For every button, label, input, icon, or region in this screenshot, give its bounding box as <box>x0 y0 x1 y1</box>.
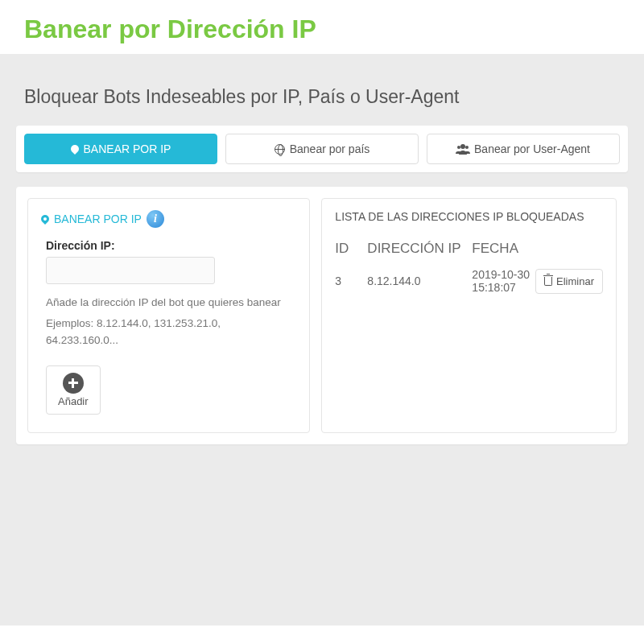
th-id: ID <box>335 241 367 257</box>
trash-icon <box>544 277 552 286</box>
th-ip: DIRECCIÓN IP <box>367 241 472 257</box>
table-row: 3 8.12.144.0 2019-10-30 15:18:07 Elimina… <box>335 268 603 294</box>
globe-icon <box>275 144 285 155</box>
th-date: FECHA <box>472 241 603 257</box>
ip-input[interactable] <box>46 257 215 284</box>
add-button-label: Añadir <box>58 395 89 407</box>
panel-header: BANEAR POR IP i <box>41 210 296 239</box>
td-ip: 8.12.144.0 <box>367 275 472 287</box>
add-button[interactable]: Añadir <box>46 365 101 415</box>
page-subtitle: Bloquear Bots Indeseables por IP, País o… <box>16 86 628 126</box>
td-date: 2019-10-30 15:18:07 <box>472 268 535 294</box>
info-icon[interactable]: i <box>147 210 164 228</box>
tab-ban-country[interactable]: Banear por país <box>225 134 419 164</box>
tab-label: Banear por país <box>290 142 370 155</box>
panel-header-text: BANEAR POR IP <box>54 213 142 225</box>
plus-circle-icon <box>63 373 84 394</box>
tab-ban-user-agent[interactable]: Banear por User-Agent <box>427 134 620 164</box>
users-icon <box>456 144 469 155</box>
tab-label: BANEAR POR IP <box>84 142 171 155</box>
page-main-title: Banear por Dirección IP <box>0 0 644 54</box>
blocked-list-title: LISTA DE LAS DIRECCIONES IP BLOQUEADAS <box>335 210 603 241</box>
pin-icon <box>68 143 80 155</box>
helper-text-2: Ejemplos: 8.12.144.0, 131.253.21.0, 64.2… <box>41 313 296 351</box>
content-area: Bloquear Bots Indeseables por IP, País o… <box>0 54 644 625</box>
td-id: 3 <box>335 275 367 287</box>
delete-button-label: Eliminar <box>556 275 594 287</box>
pin-icon <box>39 213 51 225</box>
ip-field-label: Dirección IP: <box>41 239 296 257</box>
tabs-bar: BANEAR POR IP Banear por país Banear por… <box>16 126 628 172</box>
helper-text-1: Añade la dirección IP del bot que quiere… <box>41 292 296 313</box>
blocked-ips-panel: LISTA DE LAS DIRECCIONES IP BLOQUEADAS I… <box>321 198 617 433</box>
tab-ban-ip[interactable]: BANEAR POR IP <box>24 134 217 164</box>
delete-button[interactable]: Eliminar <box>535 269 603 294</box>
content-card: BANEAR POR IP i Dirección IP: Añade la d… <box>16 187 628 444</box>
ban-ip-form-panel: BANEAR POR IP i Dirección IP: Añade la d… <box>27 198 310 433</box>
table-header-row: ID DIRECCIÓN IP FECHA <box>335 241 603 268</box>
tab-label: Banear por User-Agent <box>474 142 590 155</box>
